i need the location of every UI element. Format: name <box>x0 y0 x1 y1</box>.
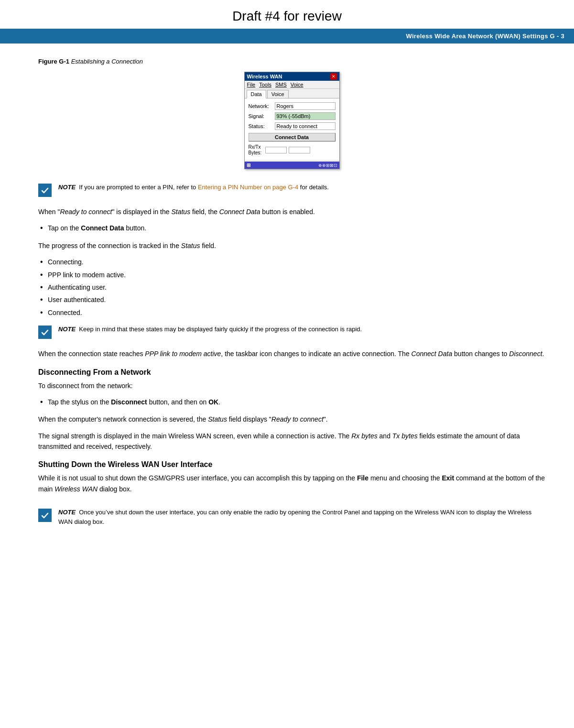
section1-para1: When the computer's network connection i… <box>38 414 545 424</box>
menu-voice[interactable]: Voice <box>291 82 303 87</box>
section2-heading: Shutting Down the Wireless WAN User Inte… <box>38 460 545 469</box>
progress-item-4: User authenticated. <box>38 294 545 305</box>
body-para1: When "Ready to connect" is displayed in … <box>38 206 545 217</box>
dialog-body: Network: Rogers Signal: 93% (-55dBm) Sta… <box>245 98 339 160</box>
disconnect-bullet-list: Tap the stylus on the Disconnect button,… <box>38 397 545 407</box>
network-value: Rogers <box>275 102 336 110</box>
section1-para2: The signal strength is displayed in the … <box>38 431 545 452</box>
signal-label: Signal: <box>249 113 275 119</box>
dialog-tabs: Data Voice <box>245 90 339 98</box>
figure-label-bold: Figure G-1 <box>38 58 69 65</box>
note1-text: NOTE If you are prompted to enter a PIN,… <box>58 183 329 192</box>
taskbar-icons: ⊕⊕⊞⊠⊡ <box>318 163 337 168</box>
dialog-taskbar: ⊞ ⊕⊕⊞⊠⊡ <box>245 162 339 169</box>
rx-box <box>265 147 287 153</box>
note2-box: NOTE Keep in mind that these states may … <box>38 325 545 339</box>
network-label: Network: <box>249 103 275 109</box>
tx-box <box>289 147 310 153</box>
progress-item-3: Authenticating user. <box>38 282 545 293</box>
screenshot-container: Wireless WAN ✕ File Tools SMS Voice Data… <box>38 72 545 169</box>
note1-body: If you are prompted to enter a PIN, refe… <box>79 184 196 191</box>
progress-item-1: Connecting. <box>38 257 545 267</box>
note1-after: for details. <box>300 184 329 191</box>
signal-field: Signal: 93% (-55dBm) <box>249 112 336 120</box>
section2-para1: While it is not usual to shut down the G… <box>38 473 545 494</box>
wwan-dialog: Wireless WAN ✕ File Tools SMS Voice Data… <box>244 72 340 169</box>
note1-box: NOTE If you are prompted to enter a PIN,… <box>38 183 545 197</box>
taskbar-start: ⊞ <box>247 163 250 168</box>
network-field: Network: Rogers <box>249 102 336 110</box>
dialog-menubar: File Tools SMS Voice <box>245 81 339 89</box>
note3-text: NOTE Once you’ve shut down the user inte… <box>58 508 545 526</box>
note3-checkmark <box>38 509 52 522</box>
dialog-close-button[interactable]: ✕ <box>330 73 337 80</box>
dialog-titlebar: Wireless WAN ✕ <box>245 72 339 81</box>
dialog-title: Wireless WAN <box>247 74 282 79</box>
note2-label: NOTE <box>58 326 76 333</box>
bullet-connect-data: Tap on the Connect Data button. <box>38 223 545 233</box>
menu-file[interactable]: File <box>247 82 256 87</box>
main-content: Figure G-1 Establishing a Connection Wir… <box>0 43 574 550</box>
section1-heading: Disconnecting From a Network <box>38 368 545 377</box>
figure-label-italic: Establishing a Connection <box>71 58 143 65</box>
status-field: Status: Ready to connect <box>249 122 336 130</box>
progress-list: Connecting. PPP link to modem active. Au… <box>38 257 545 318</box>
status-label: Status: <box>249 123 275 129</box>
bullet-list-1: Tap on the Connect Data button. <box>38 223 545 233</box>
note1-link[interactable]: Entering a PIN Number on page G-4 <box>198 184 298 191</box>
page-title: Draft #4 for review <box>0 0 574 29</box>
menu-tools[interactable]: Tools <box>259 82 271 87</box>
rxtx-label: Rx/TxBytes: <box>249 144 265 156</box>
status-value: Ready to connect <box>275 122 336 130</box>
body-para2: The progress of the connection is tracke… <box>38 240 545 251</box>
note2-checkmark <box>38 326 52 339</box>
spacer1 <box>38 500 545 508</box>
note1-label: NOTE <box>58 184 76 191</box>
section1-intro: To disconnect from the network: <box>38 380 545 391</box>
figure-label: Figure G-1 Establishing a Connection <box>38 58 545 65</box>
header-bar: Wireless Wide Area Network (WWAN) Settin… <box>0 29 574 43</box>
note2-text: NOTE Keep in mind that these states may … <box>58 325 362 334</box>
signal-value: 93% (-55dBm) <box>275 112 336 120</box>
menu-sms[interactable]: SMS <box>275 82 287 87</box>
progress-item-2: PPP link to modem active. <box>38 270 545 280</box>
note3-label: NOTE <box>58 509 76 516</box>
tab-data[interactable]: Data <box>247 90 266 98</box>
rxtx-row: Rx/TxBytes: <box>249 144 336 156</box>
connect-data-button[interactable]: Connect Data <box>249 133 336 141</box>
note3-box: NOTE Once you’ve shut down the user inte… <box>38 508 545 526</box>
tab-voice[interactable]: Voice <box>267 90 289 98</box>
disconnect-bullet: Tap the stylus on the Disconnect button,… <box>38 397 545 407</box>
progress-item-5: Connected. <box>38 307 545 318</box>
body-para3: When the connection state reaches PPP li… <box>38 348 545 359</box>
note2-body: Keep in mind that these states may be di… <box>79 326 362 333</box>
note1-checkmark <box>38 184 52 197</box>
note3-body: Once you’ve shut down the user interface… <box>58 509 531 525</box>
